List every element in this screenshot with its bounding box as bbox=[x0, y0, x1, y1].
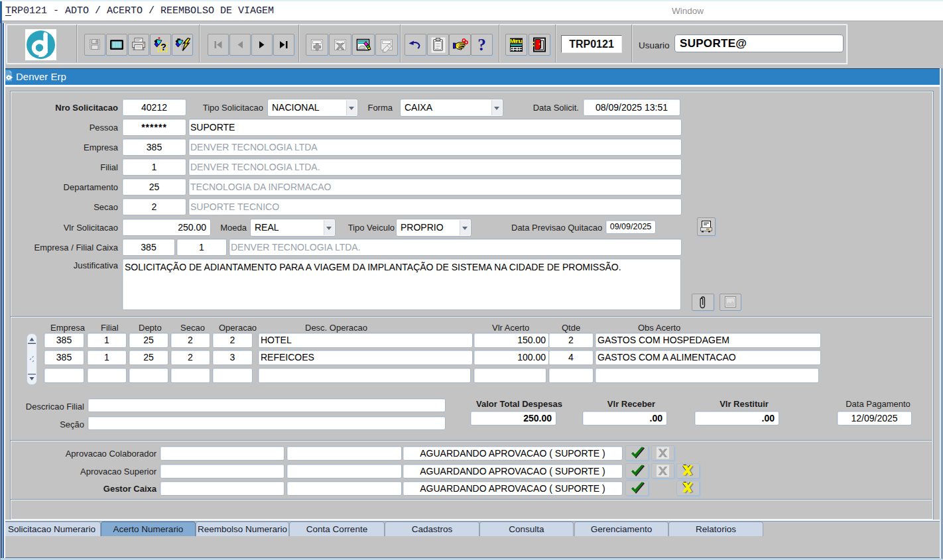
svg-text:?: ? bbox=[160, 42, 166, 52]
svg-text:?: ? bbox=[477, 36, 486, 54]
svg-text:Menu: Menu bbox=[510, 38, 523, 44]
